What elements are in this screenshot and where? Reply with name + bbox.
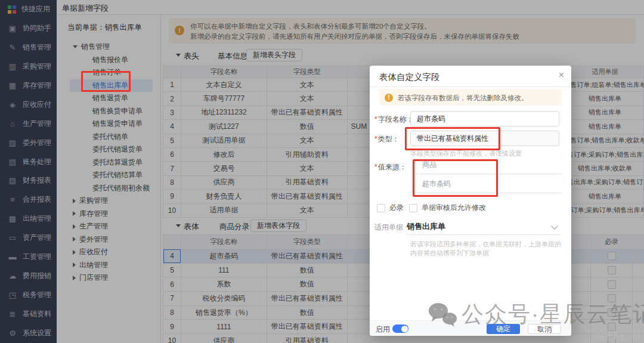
close-icon[interactable]: × xyxy=(559,70,564,80)
enable-label: 启用 xyxy=(376,325,390,335)
annotation-box-type xyxy=(405,127,500,150)
modal-title: 表体自定义字段 xyxy=(379,72,440,83)
modal-warning: ! 若该字段存有数据后，将无法删除及修改。 xyxy=(379,89,562,106)
confirm-button[interactable]: 确定 xyxy=(487,324,520,334)
field-name-input[interactable]: 超市条码 xyxy=(410,111,559,126)
apply-docs-label: 适用单据 xyxy=(374,223,403,233)
required-checkbox-label: 必录 xyxy=(389,203,404,213)
annotation-box-tree xyxy=(81,71,131,92)
checkbox-icon[interactable] xyxy=(377,204,385,212)
value-source-label: *值来源： xyxy=(374,162,407,172)
field-name-label: *字段名称： xyxy=(374,115,414,125)
checkbox-icon[interactable] xyxy=(409,204,417,212)
editable-after-audit-checkbox-option[interactable]: 单据审核后允许修改 xyxy=(409,203,486,213)
editable-after-audit-label: 单据审核后允许修改 xyxy=(422,203,486,213)
app-root: 快捷应用 ▣ 协同助手 ✎ 销售管理 ▥ 采购管理 ▦ 库存管理 ◈ 应收应付 … xyxy=(0,0,644,343)
apply-docs-helper: 若该字段适用多种单据，在单据关联时，上游单据的内容将自动携带到下游单据 xyxy=(410,240,562,258)
apply-docs-value[interactable]: 销售出库单 xyxy=(407,221,445,232)
field-type-label: *类型： xyxy=(374,134,400,144)
annotation-box-source xyxy=(413,159,498,197)
field-type-helper: 字段类型保存后不能修改，请谨慎设置 xyxy=(410,149,522,158)
warning-icon: ! xyxy=(385,94,393,102)
modal-warning-text: 若该字段存有数据后，将无法删除及修改。 xyxy=(398,94,528,103)
chevron-down-icon[interactable] xyxy=(551,223,558,229)
apply-docs-underline xyxy=(407,234,561,235)
modal-table-body-custom-field: 表体自定义字段 × ! 若该字段存有数据后，将无法删除及修改。 *字段名称： 超… xyxy=(370,66,571,336)
enable-toggle[interactable] xyxy=(392,325,408,333)
cancel-button[interactable]: 取消 xyxy=(528,324,561,334)
required-checkbox-option[interactable]: 必录 xyxy=(377,203,404,213)
modal-footer: 启用 确定 取消 xyxy=(370,320,571,336)
modal-header: 表体自定义字段 × xyxy=(370,66,571,87)
